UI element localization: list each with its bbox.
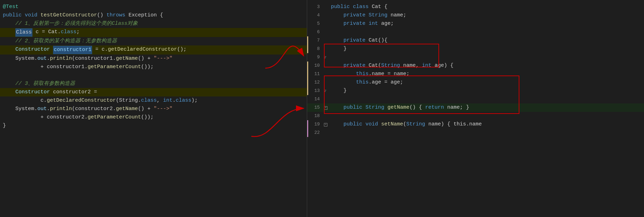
- right-line-11: 11 this.name = name;: [307, 70, 644, 78]
- right-line-10: 10 private Cat(String name, int age) {: [307, 62, 644, 70]
- line-num-12: 12: [310, 79, 320, 86]
- main-container: @Test public void testGetConstructor() t…: [0, 0, 644, 217]
- line-num-11: 11: [310, 70, 320, 78]
- line-num-5: 5: [310, 20, 320, 28]
- left-code-panel: @Test public void testGetConstructor() t…: [0, 0, 307, 217]
- right-line-9: 9 ▽: [307, 53, 644, 62]
- class-keyword-highlight: Class: [15, 28, 32, 37]
- right-line-3: 3 public class Cat {: [307, 3, 644, 11]
- line-num-6: 6: [310, 28, 320, 36]
- right-line-22: 22: [307, 129, 644, 137]
- line-num-14: 14: [310, 95, 320, 103]
- code-line-comment1: // 1、反射第一步：必须先得到这个类的Class对象: [0, 20, 307, 28]
- code-line-comment3: // 3、获取有参数构造器: [0, 80, 307, 88]
- line-num-4: 4: [310, 12, 320, 19]
- right-line-19: 19 + public void setName(String name) { …: [307, 120, 644, 129]
- line-num-19: 19: [310, 121, 320, 128]
- annotation-test: @Test: [3, 3, 18, 11]
- code-line-constructor2a: Constructor constructor2 =: [0, 88, 307, 96]
- code-line-println2b: + constructor2.getParameterCount());: [0, 113, 307, 122]
- code-line-class-decl: Class c = Cat.class;: [0, 28, 307, 37]
- code-line-println1b: + constructor1.getParameterCount());: [0, 63, 307, 71]
- right-line-8: 8 }: [307, 45, 644, 53]
- code-line-comment2: // 2、获取类的某个构造器：无参数构造器: [0, 37, 307, 45]
- code-line-constructor1: Constructor constructor1 = c.getDeclared…: [0, 45, 307, 55]
- right-line-4: 4 private String name;: [307, 11, 644, 20]
- code-line-empty1: [0, 71, 307, 80]
- code-line-method-sig: public void testGetConstructor() throws …: [0, 11, 307, 20]
- line-num-22: 22: [310, 129, 320, 137]
- right-line-5: 5 private int age;: [307, 20, 644, 28]
- right-line-18: 18: [307, 112, 644, 120]
- code-line-annotation: @Test: [0, 3, 307, 11]
- right-line-6: 6: [307, 28, 644, 36]
- right-line-7: 7 private Cat(){: [307, 36, 644, 45]
- code-line-println2: System.out.println(constructor2.getName(…: [0, 105, 307, 113]
- fold-btn-15[interactable]: +: [324, 106, 327, 110]
- kw-void: void: [25, 12, 37, 19]
- fold-btn-19[interactable]: +: [324, 123, 327, 126]
- comment3: // 3、获取有参数构造器: [3, 80, 75, 88]
- line-num-18: 18: [310, 112, 320, 120]
- right-code-panel: 3 public class Cat { 4 private String na…: [307, 0, 644, 217]
- kw-throws: throws: [106, 12, 125, 19]
- right-line-14: 14: [307, 95, 644, 103]
- line-num-13: 13: [310, 87, 320, 95]
- right-line-12: 12 this.age = age;: [307, 78, 644, 87]
- line-num-9: 9: [310, 53, 320, 61]
- comment1: // 1、反射第一步：必须先得到这个类的Class对象: [3, 20, 138, 28]
- constructor1-highlight: constructor1: [53, 46, 92, 54]
- right-line-15: 15 + public String getName() { return na…: [307, 103, 644, 112]
- line-num-15: 15: [310, 104, 320, 111]
- line-num-10: 10: [310, 62, 320, 70]
- code-line-constructor2b: c.getDeclaredConstructor(String.class, i…: [0, 96, 307, 105]
- line-num-3: 3: [310, 3, 320, 11]
- line-num-8: 8: [310, 45, 320, 53]
- kw-public: public: [3, 12, 22, 19]
- code-line-println1: System.out.println(constructor1.getName(…: [0, 55, 307, 63]
- method-name: testGetConstructor: [40, 12, 97, 19]
- line-num-7: 7: [310, 37, 320, 44]
- comment2: // 2、获取类的某个构造器：无参数构造器: [3, 37, 117, 45]
- code-line-close-brace: }: [0, 122, 307, 130]
- right-line-13: 13 ▽ }: [307, 87, 644, 95]
